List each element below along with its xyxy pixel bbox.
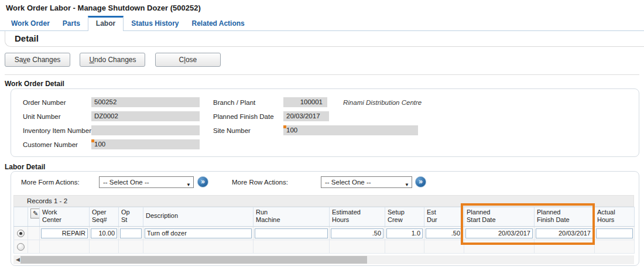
setup-crew-input[interactable] (386, 228, 423, 238)
col-line2: Dur (427, 216, 461, 224)
order-number-field: 500252 (91, 97, 200, 107)
form-actions-go-button[interactable]: » (197, 176, 208, 187)
save-changes-button[interactable]: Save Changes (5, 53, 70, 67)
op-st-input[interactable] (120, 228, 142, 238)
col-line2: Hours (597, 216, 632, 224)
row2-radio-button[interactable] (17, 243, 25, 251)
close-button[interactable]: Close (155, 53, 221, 67)
tab-labor[interactable]: Labor (88, 16, 124, 31)
work-order-detail-title: Work Order Detail (5, 80, 64, 88)
row2-op-st-cell (119, 240, 143, 254)
row2-setup-crew-cell (385, 240, 424, 254)
col-line2: Crew (388, 216, 422, 224)
grid-row-2 (14, 240, 635, 254)
row1-description-cell (143, 227, 254, 240)
site-number-label: Site Number (213, 125, 251, 136)
save-label-pre: Sa (15, 56, 23, 64)
more-form-actions-select[interactable]: -- Select One -- ▼ (99, 176, 194, 188)
col-line1: Planned (537, 209, 592, 216)
planned-finish-date-input[interactable] (536, 228, 593, 238)
col-line1: Actual (597, 209, 632, 216)
undo-changes-button[interactable]: Undo Changes (80, 53, 145, 67)
row1-pencil-cell (28, 227, 40, 240)
planned-start-date-input[interactable] (465, 228, 533, 238)
estimated-hours-input[interactable] (331, 228, 383, 238)
row2-planned-start-date-cell (464, 240, 535, 254)
row1-est-dur-cell (424, 227, 464, 240)
col-line2: Hours (332, 216, 382, 224)
work-center-input[interactable] (41, 228, 88, 238)
tab-related-actions[interactable]: Related Actions (186, 17, 251, 30)
col-line1: Op (121, 209, 141, 216)
actual-hours-input[interactable] (596, 228, 633, 238)
col-line2: Start Date (467, 216, 532, 224)
grid-horizontal-scrollbar[interactable]: ◀ (13, 255, 634, 264)
row1-work-center-cell (40, 227, 90, 240)
col-line2: Machine (256, 216, 327, 224)
col-line1: Description (146, 209, 251, 220)
oper-seq-input[interactable] (91, 228, 117, 238)
undo-label-post: ndo Changes (94, 56, 136, 64)
customize-grid-column-header: ✎ (28, 207, 40, 227)
detail-panel: Detail (5, 31, 644, 47)
toolbar-divider (5, 74, 639, 75)
est-dur-input[interactable] (426, 228, 463, 238)
col-line2: Seq# (92, 216, 116, 224)
changed-field-marker-icon (91, 139, 94, 142)
row1-radio-button[interactable] (17, 230, 25, 237)
customize-grid-icon[interactable]: ✎ (30, 209, 40, 218)
col-op-st: OpSt (119, 207, 143, 227)
col-line1: Estimated (332, 209, 382, 216)
order-number-label: Order Number (23, 97, 66, 108)
scrollbar-thumb[interactable] (20, 256, 367, 264)
row1-setup-crew-cell (385, 227, 424, 240)
col-line1: Work (42, 209, 87, 216)
unit-number-field: DZ0002 (91, 111, 200, 121)
row2-estimated-hours-cell (330, 240, 385, 254)
col-line2: Center (42, 216, 87, 224)
description-input[interactable] (145, 228, 252, 238)
col-planned-start-date: PlannedStart Date (464, 207, 535, 227)
col-planned-finish-date: PlannedFinish Date (535, 207, 595, 227)
row1-op-st-cell (119, 227, 143, 240)
unit-number-label: Unit Number (23, 111, 61, 122)
save-label-post: e Changes (26, 56, 60, 64)
row2-pencil-cell (28, 240, 40, 254)
col-line2: Finish Date (537, 216, 592, 224)
scroll-left-arrow-icon[interactable]: ◀ (16, 257, 20, 262)
col-oper-seq: OperSeq# (90, 207, 119, 227)
col-line2: St (121, 216, 141, 224)
col-est-dur: EstDur (424, 207, 464, 227)
row1-estimated-hours-cell (330, 227, 385, 240)
col-setup-crew: SetupCrew (385, 207, 424, 227)
col-run-machine: RunMachine (254, 207, 330, 227)
records-bar: Records 1 - 2 (13, 195, 634, 207)
planned-finish-date-label: Planned Finish Date (213, 111, 274, 122)
row-actions-go-button[interactable]: » (415, 176, 426, 187)
more-row-actions-value: -- Select One -- (325, 179, 371, 186)
col-work-center: WorkCenter (40, 207, 90, 227)
tab-parts[interactable]: Parts (56, 17, 87, 30)
tab-work-order[interactable]: Work Order (5, 17, 56, 30)
col-line1: Run (256, 209, 327, 216)
row2-run-machine-cell (254, 240, 330, 254)
tab-status-history[interactable]: Status History (125, 17, 185, 30)
grid-header-row: ✎ WorkCenter OperSeq# OpSt Description R… (14, 207, 635, 227)
row1-planned-finish-date-cell (535, 227, 595, 240)
changed-field-marker-icon (283, 125, 286, 128)
row1-actual-hours-cell (595, 227, 635, 240)
dropdown-caret-icon: ▼ (186, 180, 191, 190)
col-line1: Planned (467, 209, 532, 216)
branch-plant-label: Branch / Plant (213, 97, 255, 108)
more-form-actions-label: More Form Actions: (21, 176, 80, 188)
records-label: Records 1 - 2 (27, 197, 67, 204)
customer-number-field: 100 (91, 139, 200, 149)
row2-description-cell (143, 240, 254, 254)
col-actual-hours: ActualHours (595, 207, 635, 227)
customer-number-label: Customer Number (23, 139, 78, 150)
labor-grid: ✎ WorkCenter OperSeq# OpSt Description R… (13, 207, 635, 254)
more-row-actions-select[interactable]: -- Select One -- ▼ (321, 176, 412, 188)
run-machine-input[interactable] (255, 228, 328, 238)
col-line1: Oper (92, 209, 116, 216)
toolbar: Save Changes Undo Changes Close (5, 53, 228, 67)
